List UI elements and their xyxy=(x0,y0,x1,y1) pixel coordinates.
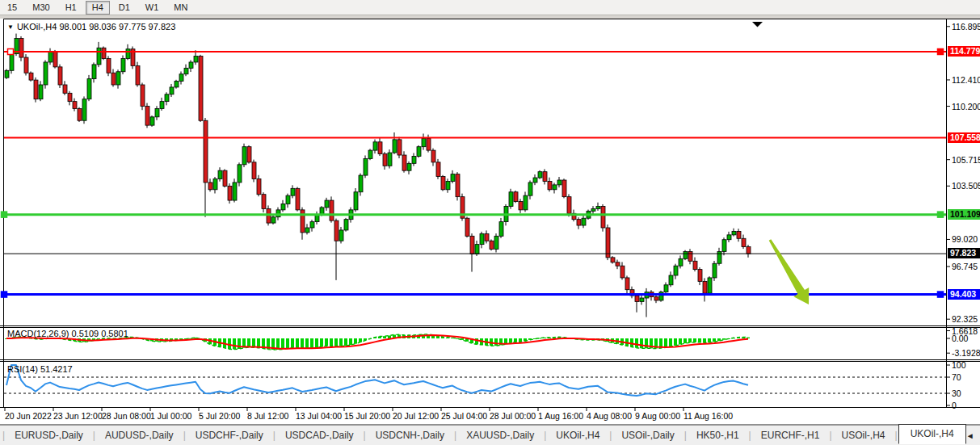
candle-down xyxy=(267,208,271,223)
candle-up xyxy=(281,204,285,209)
axis-ticks xyxy=(5,27,950,411)
candle-down xyxy=(490,241,494,249)
candle-up xyxy=(674,266,678,275)
tab-eurusd-daily[interactable]: EURUSD-,Daily xyxy=(6,427,92,443)
hline-handle[interactable] xyxy=(2,292,7,297)
candle-up xyxy=(48,52,53,62)
macd-hist-bar xyxy=(509,338,512,343)
candle-down xyxy=(73,102,77,109)
candle-down xyxy=(68,93,72,101)
candle-down xyxy=(441,177,445,190)
tab-audusd-daily[interactable]: AUDUSD-,Daily xyxy=(96,427,183,443)
tab-eurchf-h1[interactable]: EURCHF-,H1 xyxy=(752,427,829,443)
time-label-7: 15 Jul 20:00 xyxy=(344,411,390,421)
rsi-scale-0: 0 xyxy=(952,401,957,410)
candle-up xyxy=(126,49,130,59)
candle-up xyxy=(165,94,169,102)
chart-canvas[interactable] xyxy=(0,0,980,445)
tab-active-ukoil-h4[interactable]: UKOil-,H4 xyxy=(898,424,966,444)
candle-down xyxy=(577,220,581,225)
candle-up xyxy=(533,178,537,183)
tab-hk50-h1[interactable]: HK50-,H1 xyxy=(688,427,748,443)
candle-up xyxy=(155,108,159,116)
tab-usoil-h4[interactable]: USOil-,H4 xyxy=(833,427,894,443)
candle-down xyxy=(247,147,251,162)
candle-up xyxy=(557,180,562,185)
candle-up xyxy=(160,102,164,109)
candle-down xyxy=(606,228,610,258)
chart-frame-lines xyxy=(0,19,980,425)
tab-usdcnh-daily[interactable]: USDCNH-,Daily xyxy=(367,427,453,443)
candle-down xyxy=(111,73,116,85)
candle-up xyxy=(596,206,600,208)
price-tag-101.109: 101.109 xyxy=(948,209,980,220)
price-tag-94.403: 94.403 xyxy=(948,289,980,300)
time-label-13: 9 Aug 00:00 xyxy=(635,411,680,421)
time-label-3: 1 Jul 00:00 xyxy=(150,411,191,421)
macd-hist-bar xyxy=(252,338,255,347)
candle-down xyxy=(616,262,620,266)
candles-layer[interactable] xyxy=(5,34,751,317)
tab-xauusd-daily[interactable]: XAUUSD-,Daily xyxy=(457,427,543,443)
hline-handle[interactable] xyxy=(938,212,944,217)
candle-down xyxy=(654,297,658,300)
time-label-4: 5 Jul 20:00 xyxy=(199,411,240,421)
candle-down xyxy=(703,281,707,293)
candle-up xyxy=(92,65,96,79)
price-tick-116.895: 116.895 xyxy=(952,22,980,31)
macd-hist-bar xyxy=(296,338,299,347)
candle-up xyxy=(524,195,528,210)
macd-hist-bar xyxy=(310,338,313,348)
candle-down xyxy=(136,65,140,85)
chart-shift-marker-icon xyxy=(752,22,763,27)
candle-up xyxy=(664,285,668,292)
candle-up xyxy=(233,183,237,200)
tab-usdchf-daily[interactable]: USDCHF-,Daily xyxy=(187,427,272,443)
macd-hist-bar xyxy=(339,338,343,346)
time-label-1: 23 Jun 12:00 xyxy=(53,411,103,421)
candle-up xyxy=(175,82,179,87)
tab-usdcad-daily[interactable]: USDCAD-,Daily xyxy=(276,427,363,443)
candle-down xyxy=(262,195,266,209)
macd-hist-bar xyxy=(747,338,750,338)
candle-up xyxy=(679,258,683,266)
tab-usoil-daily[interactable]: USOil-,Daily xyxy=(612,427,683,443)
macd-hist-bar xyxy=(315,338,318,347)
candle-down xyxy=(208,183,212,190)
candle-up xyxy=(582,218,586,225)
macd-hist-bar xyxy=(291,338,294,348)
macd-hist-bar xyxy=(494,338,498,346)
price-tick-110.200: 110.200 xyxy=(952,102,980,111)
macd-hist-bar xyxy=(228,338,231,349)
macd-hist-bar xyxy=(674,338,677,346)
candle-up xyxy=(412,156,416,163)
hline-handle[interactable] xyxy=(938,292,944,297)
candle-down xyxy=(747,247,751,254)
macd-hist-bar xyxy=(635,338,638,348)
price-tag-114.779: 114.779 xyxy=(948,46,980,57)
candle-down xyxy=(620,266,625,278)
macd-hist-bar xyxy=(683,338,687,343)
candle-up xyxy=(150,117,154,125)
macd-hist-bar xyxy=(645,338,648,348)
hline-handle[interactable] xyxy=(8,49,14,55)
candle-down xyxy=(427,138,431,150)
chart-title-symbol: UKOil-,H4 xyxy=(17,22,57,31)
tab-ukoil-h4[interactable]: UKOil-,H4 xyxy=(547,427,608,443)
rsi-scale-30: 30 xyxy=(952,388,961,398)
candle-down xyxy=(519,202,523,210)
candle-down xyxy=(436,162,440,177)
candle-up xyxy=(242,147,246,165)
candle-down xyxy=(223,170,227,186)
candle-down xyxy=(34,80,38,99)
candle-up xyxy=(708,278,712,293)
hline-handle[interactable] xyxy=(938,49,944,55)
tab-scroll-left-icon[interactable]: ◄ xyxy=(966,431,974,440)
candle-down xyxy=(199,57,203,121)
candle-down xyxy=(24,57,28,73)
candle-down xyxy=(107,59,111,73)
candle-up xyxy=(373,142,377,150)
time-label-9: 25 Jul 04:00 xyxy=(441,411,487,421)
hline-handle[interactable] xyxy=(2,212,7,217)
macd-hist-bar xyxy=(330,338,333,346)
